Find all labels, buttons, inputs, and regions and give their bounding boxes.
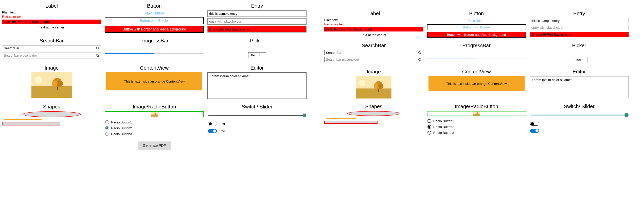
radio-2[interactable]: Radio Button2 — [427, 125, 526, 129]
searchbar-value: SearchBar — [4, 46, 19, 50]
left-panel: Label Plain text Red color text Black Te… — [0, 0, 309, 224]
searchbar-placeholder[interactable]: Searchbar placeholder — [324, 57, 423, 62]
picker-select[interactable]: Item 1 — [571, 57, 587, 63]
heading-label: Label — [2, 3, 101, 9]
searchbar-placeholder[interactable]: Searchbar placeholder — [2, 53, 101, 58]
heading-image: Image — [324, 69, 423, 75]
shape-ellipse — [347, 111, 400, 116]
shape-ellipse — [23, 111, 81, 117]
search-icon — [96, 46, 99, 50]
radio-1-label: Radio Button1 — [111, 120, 132, 124]
radio-1-label: Radio Button1 — [433, 119, 454, 123]
label-black-on-red: Black Text with Red Background — [2, 20, 101, 24]
radio-1[interactable]: Radio Button1 — [105, 120, 204, 124]
chevron-down-icon: ⌄ — [262, 54, 264, 57]
heading-shapes: Shapes — [2, 104, 101, 110]
picker-selected: Item 1 — [575, 58, 584, 62]
heading-button: Button — [427, 11, 526, 17]
label-plain: Plain text — [2, 10, 101, 14]
heading-imgradio: Image/RadioButton — [105, 104, 204, 110]
label-red: Red color text — [324, 22, 423, 26]
right-panel: Label Plain text Red color text Black Te… — [309, 0, 644, 224]
sample-image — [356, 76, 391, 99]
label-centered: Text at the center — [2, 25, 101, 29]
heading-progressbar: ProgressBar — [427, 43, 526, 49]
plain-button[interactable]: Plain Button — [427, 18, 526, 23]
searchbar[interactable]: SearchBar — [2, 45, 101, 51]
radio-2-label: Radio Button2 — [433, 125, 454, 129]
radio-icon — [427, 119, 431, 123]
switch-off[interactable] — [530, 122, 539, 126]
editor-textarea[interactable]: Lorem ipsum dolor sit amet — [207, 72, 307, 99]
searchbar-placeholder-text: Searchbar placeholder — [4, 54, 37, 57]
slider[interactable] — [208, 115, 306, 116]
entry-red-bg[interactable]: Entry with Red Background — [530, 32, 629, 37]
heading-label: Label — [324, 11, 423, 17]
radio-3[interactable]: Radio Button3 — [427, 131, 526, 135]
heading-entry: Entry — [530, 11, 629, 17]
search-icon — [418, 51, 422, 55]
radio-2-label: Radio Button2 — [111, 126, 132, 130]
searchbar-value: SearchBar — [326, 51, 342, 55]
heading-searchbar: SearchBar — [324, 43, 423, 49]
heading-image: Image — [2, 65, 101, 71]
entry-placeholder[interactable]: entry with placeholder — [530, 25, 629, 30]
heading-shapes: Shapes — [324, 104, 423, 109]
search-icon — [96, 54, 99, 57]
sample-image — [31, 72, 72, 98]
heading-searchbar: SearchBar — [2, 38, 101, 44]
switch-on[interactable] — [208, 129, 217, 133]
heading-progressbar: ProgressBar — [105, 38, 204, 44]
thumbnail-image-icon — [473, 111, 480, 116]
bordered-button[interactable]: Button with Border — [105, 17, 204, 24]
shape-rectangle — [2, 122, 60, 125]
slider-thumb-icon — [624, 113, 629, 117]
image-button[interactable] — [105, 111, 204, 117]
bordered-button[interactable]: Button with Border — [427, 24, 526, 30]
bordered-red-button[interactable]: Button with Border and Red Background — [105, 26, 204, 33]
entry-red-bg[interactable]: Entry with Red Background — [207, 26, 307, 33]
radio-2[interactable]: Radio Button2 — [105, 126, 204, 130]
heading-switchslider: Switch/ Slider — [530, 104, 629, 109]
entry-placeholder[interactable]: entry with placeholder — [207, 18, 307, 25]
shape-line — [326, 118, 356, 119]
switch-on[interactable] — [530, 129, 539, 133]
picker-selected: Item 1 — [251, 53, 260, 57]
plain-button[interactable]: Plain Button — [105, 10, 204, 16]
radio-icon — [427, 125, 431, 129]
bordered-red-button[interactable]: Button with Border and Red Background — [427, 32, 526, 38]
searchbar[interactable]: SearchBar — [324, 50, 423, 55]
switch-off[interactable] — [208, 122, 217, 126]
radio-icon — [427, 131, 431, 135]
heading-contentview: ContentView — [105, 65, 204, 71]
editor-textarea[interactable]: Lorem ipsum dolor sit amet — [530, 76, 629, 98]
entry-sample[interactable]: this is sample entry — [530, 18, 629, 23]
label-black-on-red: Black Text with Red Background — [324, 27, 423, 31]
shape-line — [4, 119, 42, 120]
heading-picker: Picker — [530, 43, 629, 49]
radio-3[interactable]: Radio Button3 — [105, 132, 204, 136]
heading-editor: Editor — [207, 65, 307, 71]
slider[interactable] — [531, 115, 628, 116]
label-plain: Plain text — [324, 18, 423, 22]
label-red: Red color text — [2, 15, 101, 19]
heading-entry: Entry — [207, 3, 307, 9]
radio-3-label: Radio Button3 — [433, 131, 454, 135]
radio-icon — [105, 132, 109, 136]
heading-imgradio: Image/RadioButton — [427, 104, 526, 109]
entry-sample[interactable]: this is sample entry — [207, 10, 307, 17]
searchbar-placeholder-text: Searchbar placeholder — [326, 58, 359, 61]
progress-bar — [427, 58, 526, 58]
generate-pdf-button[interactable]: Generate PDF — [138, 141, 171, 150]
heading-picker: Picker — [207, 38, 307, 44]
image-button[interactable] — [427, 111, 526, 116]
thumbnail-image-icon — [151, 112, 158, 117]
content-view: This is text inside an orange ContentVie… — [106, 72, 202, 90]
switch-on-label: On — [221, 129, 225, 133]
radio-3-label: Radio Button3 — [111, 132, 132, 136]
picker-select[interactable]: Item 1 ⌄ — [248, 52, 266, 58]
content-view: This is text inside an orange ContentVie… — [428, 76, 525, 91]
radio-1[interactable]: Radio Button1 — [427, 119, 526, 123]
heading-button: Button — [105, 3, 204, 9]
radio-icon — [105, 120, 109, 124]
